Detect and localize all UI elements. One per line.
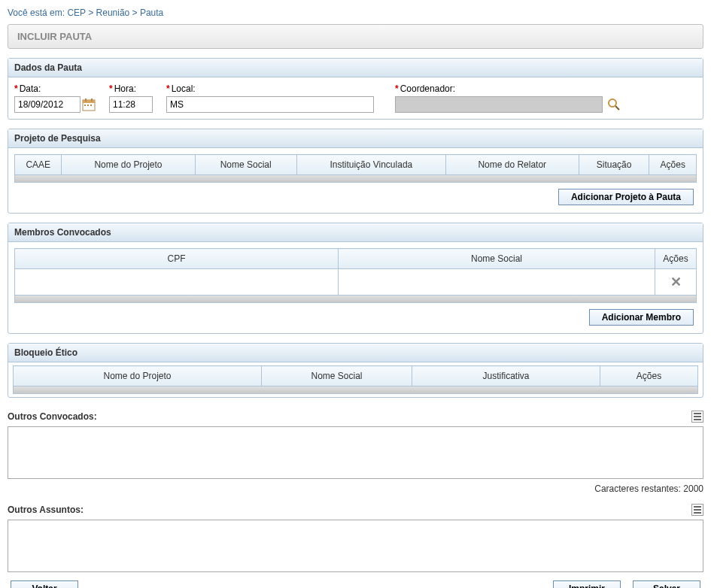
add-projeto-button[interactable]: Adicionar Projeto à Pauta bbox=[558, 189, 694, 205]
col-instituicao: Instituição Vinculada bbox=[296, 155, 445, 175]
bottom-buttons: Voltar Imprimir Salvar bbox=[8, 574, 703, 588]
col-relator: Nome do Relator bbox=[445, 155, 579, 175]
section-outros-assuntos: Outros Assuntos: bbox=[8, 500, 703, 574]
col-nome-projeto-b: Nome do Projeto bbox=[14, 366, 262, 386]
col-cpf: CPF bbox=[15, 249, 339, 269]
label-outros-assuntos: Outros Assuntos: bbox=[8, 503, 84, 517]
hora-input[interactable] bbox=[109, 96, 153, 113]
add-membro-button[interactable]: Adicionar Membro bbox=[589, 309, 694, 326]
data-input[interactable] bbox=[14, 96, 81, 113]
svg-point-7 bbox=[609, 99, 616, 107]
col-caae: CAAE bbox=[15, 155, 62, 175]
breadcrumb-p3[interactable]: Pauta bbox=[140, 8, 163, 18]
grid-bloqueio: Nome do Projeto Nome Social Justificativ… bbox=[13, 365, 698, 386]
panel-header-projeto: Projeto de Pesquisa bbox=[8, 129, 703, 148]
grid-projeto: CAAE Nome do Projeto Nome Social Institu… bbox=[14, 154, 697, 175]
col-acoes: Ações bbox=[649, 155, 697, 175]
label-outros-convocados: Outros Convocados: bbox=[8, 410, 97, 423]
col-justificativa: Justificativa bbox=[412, 366, 600, 386]
panel-header-dados: Dados da Pauta bbox=[8, 59, 703, 77]
label-local: Local: bbox=[172, 83, 196, 94]
label-data: Data: bbox=[20, 83, 41, 94]
local-input[interactable] bbox=[166, 96, 374, 113]
panel-bloqueio: Bloqueio Ético Nome do Projeto Nome Soci… bbox=[8, 343, 703, 398]
breadcrumb-p1[interactable]: CEP bbox=[67, 8, 85, 18]
table-row: ✕ bbox=[15, 269, 697, 296]
breadcrumb: Você está em: CEP > Reunião > Pauta bbox=[8, 4, 703, 24]
breadcrumb-p2[interactable]: Reunião bbox=[96, 8, 130, 18]
search-icon[interactable] bbox=[607, 98, 621, 111]
label-coordenador: Coordenador: bbox=[400, 83, 455, 94]
imprimir-button[interactable]: Imprimir bbox=[553, 580, 621, 588]
col-situacao: Situação bbox=[579, 155, 649, 175]
coordenador-input bbox=[395, 96, 603, 113]
panel-dados-pauta: Dados da Pauta *Data: *Hora: bbox=[8, 58, 703, 120]
grid-membros: CPF Nome Social Ações ✕ bbox=[14, 248, 697, 296]
panel-header-membros: Membros Convocados bbox=[8, 223, 703, 242]
salvar-button[interactable]: Salvar bbox=[633, 580, 700, 588]
col-acoes-b: Ações bbox=[600, 366, 698, 386]
panel-projeto-pesquisa: Projeto de Pesquisa CAAE Nome do Projeto… bbox=[8, 129, 703, 214]
svg-line-8 bbox=[615, 106, 619, 110]
grid-footer bbox=[14, 296, 697, 303]
menu-icon[interactable] bbox=[691, 411, 703, 423]
breadcrumb-prefix: Você está em: bbox=[8, 8, 65, 18]
svg-rect-5 bbox=[87, 105, 89, 106]
col-nome-social-m: Nome Social bbox=[339, 249, 655, 269]
calendar-icon[interactable] bbox=[82, 98, 96, 111]
panel-header-bloqueio: Bloqueio Ético bbox=[8, 344, 703, 362]
grid-footer bbox=[14, 175, 697, 183]
page-title: INCLUIR PAUTA bbox=[8, 24, 703, 49]
section-outros-convocados: Outros Convocados: Caracteres restantes:… bbox=[8, 407, 703, 500]
svg-rect-4 bbox=[84, 105, 86, 106]
grid-footer bbox=[13, 386, 698, 394]
col-nome-social: Nome Social bbox=[195, 155, 296, 175]
outros-assuntos-textarea[interactable] bbox=[8, 520, 703, 572]
outros-convocados-textarea[interactable] bbox=[8, 426, 703, 479]
panel-membros: Membros Convocados CPF Nome Social Ações… bbox=[8, 223, 703, 334]
col-nome-social-b: Nome Social bbox=[262, 366, 412, 386]
svg-rect-1 bbox=[83, 100, 95, 103]
voltar-button[interactable]: Voltar bbox=[11, 580, 78, 588]
svg-rect-6 bbox=[90, 105, 92, 106]
col-nome-projeto: Nome do Projeto bbox=[62, 155, 195, 175]
close-icon[interactable]: ✕ bbox=[670, 274, 682, 289]
label-hora: Hora: bbox=[114, 83, 136, 94]
menu-icon[interactable] bbox=[691, 504, 703, 516]
char-count: Caracteres restantes: 2000 bbox=[8, 481, 703, 500]
col-acoes-m: Ações bbox=[655, 249, 697, 269]
